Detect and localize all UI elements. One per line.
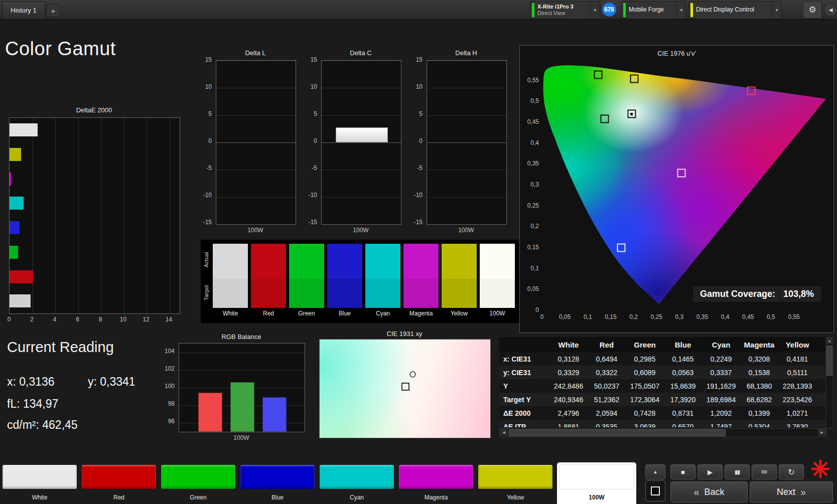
patch-button-magenta[interactable]: Magenta [398,464,474,502]
axis-tick-label: 0,1 [530,265,539,272]
up-arrow-icon: ▲ [653,469,658,474]
delta-c-y-axis: 151050-5-10-15 [302,60,319,224]
gamut-coverage-value: 103,8% [783,289,814,299]
scroll-left-button[interactable]: ◄ [500,429,508,436]
swatch-target [403,279,439,308]
rgb-balance-y-axis: 1041021009896 [161,343,177,431]
axis-tick-label: 0,25 [527,202,539,209]
axis-tick-label: 0,45 [742,313,754,320]
patch-button-green[interactable]: Green [161,464,236,502]
cd-value: 462,45 [42,418,77,431]
horizontal-scrollbar-thumb[interactable] [509,429,726,436]
history-tab[interactable]: History 1 [2,2,45,19]
refresh-button[interactable]: ↻ [779,464,804,479]
collapse-panel-button[interactable]: ◀ [824,3,837,17]
table-header-cell: Magenta [740,341,778,349]
patch-button-yellow[interactable]: Yellow [478,464,553,502]
patch-button-white[interactable]: White [2,464,77,502]
pause-icon: ▮▮ [735,469,740,475]
table-row-label: Target Y [499,396,549,404]
deltae-bar-yellow [10,148,21,161]
delta-h-title: Delta H [426,49,507,57]
display-name: Direct Display Control [696,7,772,14]
patch-label: Cyan [319,494,394,501]
axis-tick-label: 0,05 [559,313,571,320]
table-cell: 1,8681 [549,423,588,428]
meter-selector[interactable]: X-Rite i1Pro 3 Direct View ▼ [530,1,600,19]
vertical-scrollbar-thumb[interactable] [826,346,832,376]
back-button[interactable]: « Back [670,481,748,502]
axis-tick-label: 0 [419,137,423,144]
axis-tick-label: 0,45 [527,118,539,125]
patch-button-cyan[interactable]: Cyan [319,464,394,502]
meter-dropdown-button[interactable]: ▼ [590,3,600,17]
horizontal-scrollbar-track[interactable] [508,429,818,437]
gridline [322,115,401,116]
chevron-left-icon: ◀ [829,7,833,13]
swatch-100w [480,244,515,308]
patch-button-100w[interactable]: 100W [557,462,636,504]
table-cell: 172,3064 [626,396,664,404]
play-button[interactable]: ▶ [698,464,723,479]
custom-patch-button[interactable] [645,480,665,501]
axis-tick-label: 10 [311,83,317,90]
meter-status-indicator [532,3,534,17]
swatch-label: Yellow [442,310,477,317]
delta-h-x-label: 100W [427,227,506,234]
table-cell: 0,3 [816,355,825,363]
rgb-balance-x-label: 100W [179,434,304,441]
patch-button-red[interactable]: Red [81,464,157,502]
axis-tick-label: -5 [417,164,423,172]
axis-tick-label: -5 [206,164,212,172]
settings-button[interactable]: ⚙ [803,1,822,19]
left-arrow-icon: ◄ [502,430,506,435]
table-vertical-scrollbar[interactable]: ▲ [825,337,833,428]
display-control-selector[interactable]: Direct Display Control ▼ [688,1,782,19]
right-arrow-icon: ► [820,430,824,435]
source-selector[interactable]: Mobile Forge ▼ [621,1,686,19]
continuous-measure-button[interactable]: ∞ [752,464,777,479]
red-asterisk-stop-button[interactable] [809,457,832,480]
axis-tick-label: 0 [8,316,11,323]
swatch-actual [213,244,248,279]
axis-tick-label: -10 [309,192,317,199]
swatch-label: 100W [480,310,515,317]
axis-tick-label: 0,1 [584,313,592,320]
patch-button-blue[interactable]: Blue [240,464,315,502]
table-header-cell: Red [588,341,626,349]
table-cell: 17,3920 [664,396,702,404]
table-row: x: CIE310,31280,64940,29850,14650,22490,… [499,352,825,366]
table-cell: 0,6570 [664,423,702,428]
axis-tick-label: 2 [30,316,34,323]
table-cell: 46 [816,396,825,404]
deltae-bar-white [10,123,38,136]
source-text: Mobile Forge [629,7,676,14]
swatch-actual [289,244,324,279]
stop-button[interactable]: ■ [670,464,695,479]
source-dropdown-button[interactable]: ▼ [676,3,686,17]
measurement-count-badge[interactable]: 678 [602,3,616,17]
display-dropdown-button[interactable]: ▼ [772,3,781,17]
table-row: Target Y240,934651,2362172,306417,392018… [499,393,825,406]
axis-tick-label: 0,35 [527,160,539,167]
pause-button[interactable]: ▮▮ [725,464,750,479]
axis-tick-label: -15 [203,219,212,226]
cie1976-title: CIE 1976 u'v' [520,50,833,57]
scroll-up-button[interactable]: ▲ [826,338,832,344]
table-horizontal-scrollbar[interactable]: ◄ ► [499,428,826,437]
table-row: ΔE 20002,47962,05940,74280,87311,20920,1… [499,406,825,420]
patch-scroll-up-button[interactable]: ▲ [645,464,665,479]
scroll-right-button[interactable]: ► [818,429,826,436]
actual-row-label: Actual [203,244,209,276]
current-reading-luminance: cd/m²: 462,45 [7,418,78,432]
axis-tick-label: 15 [311,56,317,63]
patch-label: Magenta [398,494,474,501]
fl-value: 134,97 [23,397,58,410]
gridline [147,118,147,313]
cd-label: cd/m²: [7,418,39,431]
add-tab-button[interactable]: + [46,4,60,17]
table-cell: 0,3208 [740,355,778,363]
delta-l-title: Delta L [215,49,296,57]
next-button[interactable]: Next » [750,481,833,502]
y-label: y: [88,375,97,388]
